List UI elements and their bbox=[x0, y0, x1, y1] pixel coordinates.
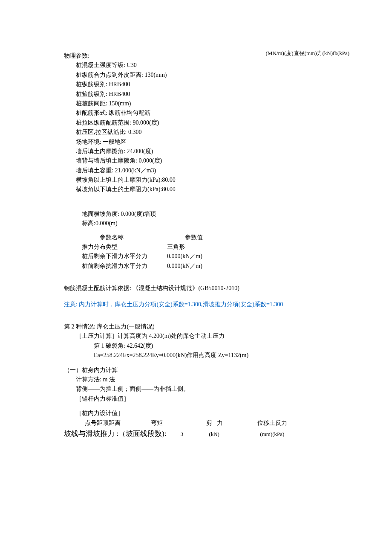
slope-seg-count: 3 bbox=[166, 430, 183, 439]
design-label: ［桩内力设计值］ bbox=[64, 409, 341, 418]
sub-line: 标高:0.000(m) bbox=[82, 219, 341, 228]
param-name: 推力分布类型 bbox=[82, 242, 167, 252]
param-item: 墙后填土容重: 21.000(kN／m3) bbox=[76, 166, 341, 175]
param-name: 桩后剩余下滑力水平分力 bbox=[82, 252, 167, 261]
fh-shear-b: 力 bbox=[217, 420, 223, 426]
crack-angle: 第 1 破裂角: 42.642(度) bbox=[64, 341, 341, 351]
calc-method: 计算方法: m 法 bbox=[64, 375, 341, 384]
slope-sub-block: 地面横坡角度: 0.000(度)墙顶 标高:0.000(m) bbox=[64, 209, 341, 229]
param-item: 桩混凝土强度等级: C30 bbox=[76, 61, 341, 70]
param-item: 横坡角以上填土的土摩阻力(kPa):80.00 bbox=[76, 175, 341, 185]
design-basis: 钢筋混凝土配筋计算依据: 《混凝土结构设计规范》(GB50010-2010) bbox=[64, 284, 341, 293]
param-table-row: 推力分布类型 三角形 bbox=[82, 242, 341, 252]
fh-moment: 弯矩 bbox=[151, 418, 206, 428]
unit-mm-kpa: (mm)(kPa) bbox=[260, 430, 284, 439]
sides-desc: 背侧——为挡土侧；面侧——为非挡土侧。 bbox=[64, 384, 341, 394]
case-2-title: 第 2 种情况: 库仑土压力(一般情况) bbox=[64, 322, 341, 331]
slope-thrust-title: 坡线与滑坡推力 :（坡面线段数): bbox=[64, 428, 166, 439]
param-table-row: 桩后剩余下滑力水平分力 0.000(kN／m) bbox=[82, 252, 341, 261]
param-value: 0.000(kN／m) bbox=[167, 252, 235, 261]
fh-shear-a: 剪 bbox=[206, 420, 212, 426]
anchor-label: ［锚杆内力标准值］ bbox=[64, 394, 341, 404]
param-table-header-name: 参数名称 bbox=[82, 233, 185, 242]
pile-calc-block: （一）桩身内力计算 计算方法: m 法 背侧——为挡土侧；面侧——为非挡土侧。 … bbox=[64, 366, 341, 440]
soil-calc-label: ［土压力计算］计算高度为 4.200(m)处的库仑主动土压力 bbox=[64, 331, 341, 341]
pile-calc-title: （一）桩身内力计算 bbox=[64, 366, 341, 375]
param-item: 桩配筋形式: 纵筋非均匀配筋 bbox=[76, 108, 341, 118]
header-units: (MN/m)(度)直径(mm)力(kN)fb(kPa) bbox=[266, 49, 349, 58]
note-line: 注意: 内力计算时，库仑土压力分项(安全)系数=1.300,滑坡推力分项(安全)… bbox=[64, 300, 341, 309]
unit-kn: (kN) bbox=[209, 430, 232, 439]
param-item: 横坡角以下填土的土摩阻力(kPa):80.00 bbox=[76, 185, 341, 194]
force-header-row: 点号距顶距离 弯矩 剪 力 位移土反力 bbox=[64, 418, 341, 428]
sub-line: 地面横坡角度: 0.000(度)墙顶 bbox=[82, 209, 341, 219]
param-item: 桩箍筋间距: 150(mm) bbox=[76, 99, 341, 108]
param-table-header: 参数名称 参数值 bbox=[82, 233, 341, 242]
physical-params-list: 桩混凝土强度等级: C30 桩纵筋合力点到外皮距离: 130(mm) 桩纵筋级别… bbox=[64, 61, 341, 194]
fh-point: 点号距顶距离 bbox=[85, 418, 151, 428]
case-2-block: 第 2 种情况: 库仑土压力(一般情况) ［土压力计算］计算高度为 4.200(… bbox=[64, 322, 341, 360]
param-table-row: 桩前剩余抗滑力水平分力 0.000(kN／m) bbox=[82, 262, 341, 271]
ea-line: Ea=258.224Ex=258.224Ey=0.000(kN)作用点高度 Zy… bbox=[64, 351, 341, 360]
param-item: 桩纵筋合力点到外皮距离: 130(mm) bbox=[76, 70, 341, 80]
param-item: 桩压区,拉区纵筋比: 0.300 bbox=[76, 128, 341, 137]
param-item: 墙背与墙后填土摩擦角: 0.000(度) bbox=[76, 156, 341, 166]
bottom-row: 坡线与滑坡推力 :（坡面线段数): 3 (kN) (mm)(kPa) bbox=[64, 428, 341, 439]
fh-disp: 位移土反力 bbox=[257, 418, 313, 428]
param-value: 三角形 bbox=[167, 242, 235, 252]
param-value: 0.000(kN／m) bbox=[167, 262, 235, 271]
param-table-header-value: 参数值 bbox=[185, 233, 253, 242]
param-item: 桩箍筋级别: HRB400 bbox=[76, 90, 341, 99]
param-name: 桩前剩余抗滑力水平分力 bbox=[82, 262, 167, 271]
fh-shear: 剪 力 bbox=[206, 418, 257, 428]
document-page: (MN/m)(度)直径(mm)力(kN)fb(kPa) 物理参数: 桩混凝土强度… bbox=[0, 0, 392, 555]
param-item: 桩纵筋级别: HRB400 bbox=[76, 80, 341, 89]
param-table: 参数名称 参数值 推力分布类型 三角形 桩后剩余下滑力水平分力 0.000(kN… bbox=[64, 233, 341, 271]
param-item: 场地环境: 一般地区 bbox=[76, 137, 341, 147]
param-item: 墙后填土内摩擦角: 24.000(度) bbox=[76, 147, 341, 156]
param-item: 桩拉区纵筋配筋范围: 90.000(度) bbox=[76, 118, 341, 128]
